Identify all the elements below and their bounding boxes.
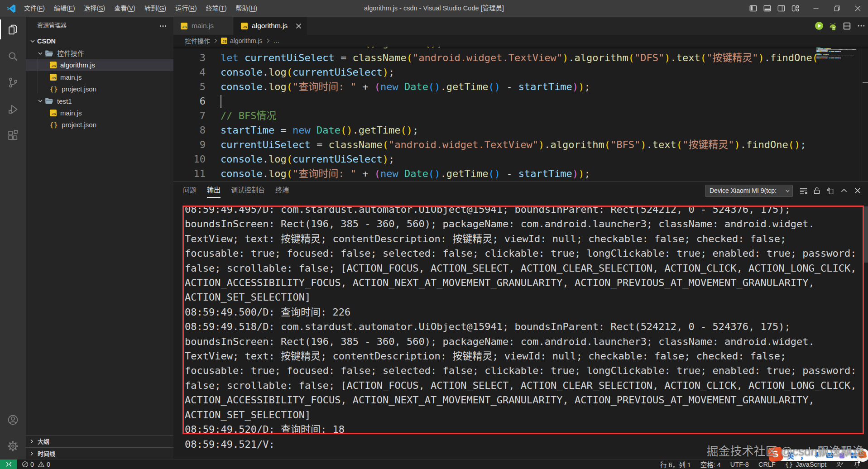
json-file-icon: {} <box>50 86 58 93</box>
breadcrumb-folder[interactable]: 控件操作 <box>185 36 210 45</box>
chevron-right-icon <box>213 38 218 43</box>
panel-tab-问题[interactable]: 问题 <box>183 182 197 199</box>
toggle-primary-sidebar-icon[interactable] <box>746 0 760 17</box>
tree-item-main-js[interactable]: JSmain.js <box>26 71 173 83</box>
split-editor-icon[interactable] <box>840 17 854 35</box>
minimap-line-segment <box>825 49 829 50</box>
settings-gear-icon[interactable] <box>0 435 26 457</box>
tree-item-project-json[interactable]: {}project.json <box>26 83 173 95</box>
tree-indent-guide <box>38 57 38 93</box>
js-file-icon: JS <box>50 74 57 81</box>
code-text: console.log("查询时间: " + (new Date().getTi… <box>221 80 816 94</box>
problems-status[interactable]: 0 0 <box>22 461 50 468</box>
tree-item-label: project.json <box>62 121 96 129</box>
customize-layout-icon[interactable] <box>788 0 802 17</box>
menu-s[interactable]: 选择(S) <box>80 0 110 17</box>
run-on-device-button[interactable] <box>826 17 840 35</box>
explorer-more-actions-icon[interactable] <box>159 22 167 30</box>
menu-g[interactable]: 转到(G) <box>140 0 171 17</box>
toggle-panel-icon[interactable] <box>760 0 774 17</box>
language-status[interactable]: {}JavaScript <box>785 461 826 468</box>
code-editor[interactable]: 1// DFS情况2let startTime = new Date().get… <box>173 47 868 181</box>
sidebar-title: 资源管理器 <box>37 17 67 34</box>
tree-item-algorithm-js[interactable]: JSalgorithm.js <box>26 59 173 71</box>
close-panel-icon[interactable] <box>851 182 864 200</box>
tab-main-js[interactable]: JS main.js <box>173 17 234 35</box>
encoding-status[interactable]: UTF-8 <box>730 461 749 468</box>
close-tab-icon[interactable] <box>294 21 303 30</box>
lock-auto-scroll-icon[interactable] <box>810 182 824 200</box>
toggle-secondary-sidebar-icon[interactable] <box>774 0 788 17</box>
red-annotation-rectangle <box>182 206 864 434</box>
timeline-section[interactable]: 时间线 <box>26 447 173 459</box>
minimap[interactable] <box>816 47 863 181</box>
panel-tab-终端[interactable]: 终端 <box>275 182 289 199</box>
panel-tab-输出[interactable]: 输出 <box>207 182 221 199</box>
tree-item-label: algorithm.js <box>60 61 95 69</box>
breadcrumb-symbol[interactable]: … <box>273 37 280 44</box>
code-text: let startTime = new Date().getTime(); <box>221 47 816 51</box>
cursor-position-status[interactable]: 行 6，列 1 <box>660 459 691 469</box>
run-script-button[interactable] <box>812 17 826 35</box>
menu-e[interactable]: 编辑(E) <box>49 0 80 17</box>
explorer-icon[interactable] <box>0 19 26 40</box>
indentation-status[interactable]: 空格: 4 <box>700 459 721 469</box>
tree-item-csdn[interactable]: CSDN <box>26 35 173 47</box>
tab-algorithm-js[interactable]: JS algorithm.js <box>234 17 307 35</box>
run-and-debug-icon[interactable] <box>0 98 26 120</box>
outline-section[interactable]: 大纲 <box>26 435 173 447</box>
tree-item-label: 控件操作 <box>57 48 84 58</box>
minimap-line-segment <box>825 48 826 49</box>
source-control-icon[interactable] <box>0 72 26 93</box>
tree-item-project-json[interactable]: {}project.json <box>26 119 173 131</box>
tree-item-label: main.js <box>60 73 82 81</box>
open-output-in-editor-icon[interactable] <box>824 182 837 200</box>
breadcrumb-file[interactable]: JSalgorithm.js <box>221 37 263 44</box>
minimap-line-segment <box>816 56 822 57</box>
remote-indicator[interactable] <box>0 459 17 469</box>
tree-item-test1[interactable]: test1 <box>26 95 173 107</box>
code-text: console.log(currentUiSelect); <box>221 152 816 167</box>
minimap-line-segment <box>818 48 821 49</box>
minimap-line-segment <box>839 49 843 50</box>
notifications-bell-icon[interactable] <box>853 460 861 468</box>
clear-output-icon[interactable] <box>796 182 810 200</box>
braces-icon: {} <box>785 461 793 468</box>
code-text: console.log(currentUiSelect); <box>221 65 816 80</box>
menu-f[interactable]: 文件(F) <box>19 0 49 17</box>
editor-tabs: JS main.js JS algorithm.js <box>173 17 868 35</box>
code-text: startTime = new Date().getTime(); <box>221 123 816 138</box>
error-count: 0 <box>30 461 34 468</box>
file-tree: CSDN控件操作JSalgorithm.jsJSmain.js{}project… <box>26 35 173 131</box>
profile-status[interactable] <box>836 461 844 468</box>
extensions-icon[interactable] <box>0 124 26 146</box>
close-window-button[interactable] <box>847 0 868 17</box>
line-number: 9 <box>173 138 206 152</box>
output-channel-select[interactable]: Device Xiaomi MI 9(tcp: <box>705 185 793 197</box>
tree-item-label: main.js <box>60 109 82 117</box>
code-line-10: 10console.log(currentUiSelect); <box>173 152 868 167</box>
menu-h[interactable]: 帮助(H) <box>231 0 262 17</box>
menu-v[interactable]: 查看(V) <box>110 0 140 17</box>
maximize-panel-icon[interactable] <box>837 182 851 200</box>
restore-button[interactable] <box>826 0 847 17</box>
code-line-2: 2let startTime = new Date().getTime(); <box>173 47 868 51</box>
panel-tab-调试控制台[interactable]: 调试控制台 <box>231 182 265 199</box>
minimap-line-segment <box>827 56 837 57</box>
minimap-line-segment <box>824 48 825 49</box>
tree-item-----[interactable]: 控件操作 <box>26 47 173 59</box>
more-actions-icon[interactable] <box>854 17 868 35</box>
activity-bar <box>0 17 26 459</box>
search-icon[interactable] <box>0 45 26 67</box>
accounts-icon[interactable] <box>0 409 26 431</box>
tree-item-main-js[interactable]: JSmain.js <box>26 107 173 119</box>
menu-t[interactable]: 终端(T) <box>201 0 231 17</box>
explorer-sidebar: 资源管理器 CSDN控件操作JSalgorithm.jsJSmain.js{}p… <box>26 17 173 459</box>
menu-bar: 文件(F)编辑(E)选择(S)查看(V)转到(G)运行(R)终端(T)帮助(H) <box>19 0 262 17</box>
minimize-button[interactable] <box>806 0 826 17</box>
code-text: let currentUiSelect = className("android… <box>221 51 816 65</box>
window-title: algorithm.js - csdn - Visual Studio Code… <box>364 0 504 17</box>
code-line-11: 11console.log("查询时间: " + (new Date().get… <box>173 167 868 181</box>
chevron-down-icon <box>29 38 36 45</box>
menu-r[interactable]: 运行(R) <box>171 0 201 17</box>
